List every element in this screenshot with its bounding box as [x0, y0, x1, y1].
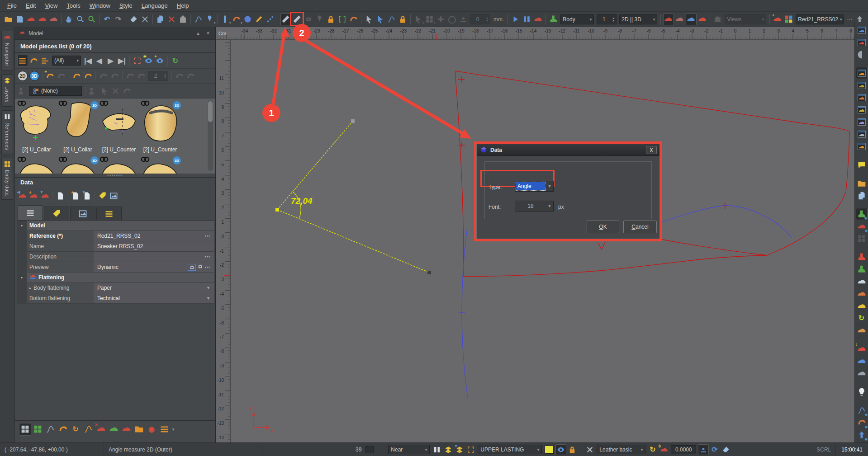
tab-references[interactable]: References — [1, 110, 13, 154]
zoom-piece-button[interactable] — [132, 55, 143, 66]
piece-rotate-button[interactable] — [71, 70, 82, 82]
rt-piece-gray-button[interactable] — [856, 128, 868, 140]
prop-bottom-flattening[interactable]: Bottom flatteningTechnical▼ — [17, 293, 214, 304]
capture-button[interactable] — [712, 14, 723, 25]
rt-dir-vis-button[interactable]: ◉ — [856, 428, 868, 441]
views-select[interactable]: Views▾ — [725, 14, 766, 24]
pb-folder-button[interactable] — [133, 423, 145, 436]
open-button[interactable] — [3, 14, 14, 25]
measure-value-field[interactable]: 0.0000 — [671, 445, 696, 454]
upload-model-button[interactable]: ▲ — [28, 190, 39, 202]
rt-show-shoe-button[interactable]: ◉ — [856, 220, 868, 232]
photo-button[interactable] — [109, 190, 119, 202]
group-mode-button[interactable] — [40, 55, 51, 66]
group-field[interactable]: (None) — [29, 86, 82, 96]
rt-lock-window-button[interactable] — [856, 140, 868, 152]
menu-view[interactable]: View — [40, 0, 62, 11]
zoom-region-tool[interactable] — [86, 14, 97, 25]
chevron-down-icon[interactable]: ▼ — [206, 296, 210, 301]
style-select[interactable]: Red21_RRSS02▾ — [796, 14, 844, 24]
st-refresh-button[interactable]: ⟳ — [709, 444, 720, 455]
zoom-tool[interactable] — [75, 14, 86, 25]
show-add-button[interactable]: + — [155, 55, 166, 66]
group-x4-button[interactable] — [122, 85, 133, 97]
pb-record-button[interactable]: ◉ — [146, 423, 158, 436]
pin-icon[interactable]: ▲ — [194, 31, 202, 36]
last-piece-button[interactable]: ▶| — [117, 55, 128, 66]
offset-stepper[interactable]: 0▴▾ — [470, 14, 490, 24]
rt-shoe-green-button[interactable] — [856, 263, 868, 275]
st-dashbox-button[interactable] — [465, 444, 476, 455]
rt-windows-button[interactable] — [856, 24, 868, 36]
nav-arrow-tool[interactable] — [510, 14, 521, 25]
symmetry-stepper[interactable]: 2▴▾ — [148, 71, 168, 81]
pencil-tool[interactable] — [254, 14, 265, 25]
tab-layers[interactable]: Layers — [1, 74, 13, 107]
rotate-tool[interactable]: ◯ — [447, 14, 458, 25]
import-model-button[interactable] — [26, 14, 37, 25]
menu-language[interactable]: Language — [137, 0, 172, 11]
menu-window[interactable]: Window — [85, 0, 115, 11]
angle-ray2-handle[interactable] — [427, 271, 431, 274]
more-button[interactable]: ⋯ — [204, 254, 210, 260]
piece-x1-button[interactable] — [98, 70, 109, 82]
view-mode-select[interactable]: 2D || 3D▾ — [619, 14, 657, 24]
rt-shoe-orange-button[interactable] — [856, 287, 868, 300]
piece-flip-button[interactable]: – — [83, 70, 94, 82]
more-caret[interactable]: ▾ — [171, 427, 176, 432]
prop-body-flattening[interactable]: ▸Body flatteningPaper▼ — [17, 283, 214, 293]
st-lock-button[interactable] — [567, 444, 578, 455]
rt-turn-button[interactable]: ↻ — [856, 312, 868, 324]
download-model-button[interactable]: ▼ — [40, 190, 51, 202]
pin-tool[interactable] — [314, 14, 325, 25]
list-mode-button[interactable] — [17, 55, 28, 66]
save-button[interactable] — [14, 14, 25, 25]
st-blue-button[interactable] — [698, 444, 709, 455]
style-colors-icon[interactable] — [783, 14, 794, 25]
rt-show-last-button[interactable]: ◉ — [856, 208, 868, 220]
paste-button[interactable] — [178, 14, 189, 25]
view-3d-toggle[interactable] — [686, 14, 697, 25]
split-view-tool[interactable] — [522, 14, 532, 25]
pieces-scrollbar[interactable] — [208, 100, 213, 171]
rt-copy-button[interactable] — [856, 189, 868, 202]
frame-tool[interactable]: ▾ — [424, 14, 435, 25]
eraser-tool[interactable] — [128, 14, 139, 25]
curve-tool[interactable] — [193, 14, 204, 25]
measure-data-tool[interactable] — [292, 14, 303, 25]
pb-curve2-button[interactable] — [57, 423, 69, 436]
cursor-snap-tool[interactable] — [364, 14, 375, 25]
first-piece-button[interactable]: |◀ — [83, 55, 94, 66]
st-layers-button[interactable] — [443, 444, 454, 455]
group-x3-button[interactable] — [110, 85, 121, 97]
part-select[interactable]: Body▾ — [560, 14, 594, 24]
piece-remove-button[interactable] — [56, 70, 67, 82]
measure-2d-tool[interactable] — [280, 14, 291, 25]
camera-icon[interactable] — [197, 264, 203, 270]
piece-x4-button[interactable] — [136, 70, 147, 82]
sphere-tool[interactable] — [242, 14, 253, 25]
bracket-select-tool[interactable] — [337, 14, 348, 25]
measure-curve-tool[interactable]: ▾ — [231, 14, 242, 25]
prop-flattening[interactable]: ▾Flattening — [17, 273, 214, 283]
cut-button[interactable] — [166, 14, 177, 25]
st-layer-add-button[interactable]: ▼ — [454, 444, 465, 455]
delete-tool[interactable] — [140, 14, 151, 25]
lock-tool[interactable] — [326, 14, 337, 25]
dialog-title-bar[interactable]: Data X — [477, 144, 659, 156]
pb-list-button[interactable] — [158, 423, 171, 436]
fill-box-tool[interactable] — [458, 14, 469, 25]
axes-tool[interactable]: ▾ — [413, 14, 424, 25]
prop-description[interactable]: Description⋯ — [17, 252, 214, 262]
add-style-button[interactable]: + — [772, 14, 783, 25]
rt-grid-move-button[interactable] — [856, 232, 868, 244]
rt-cube-button[interactable] — [856, 116, 868, 128]
material-select[interactable]: Leather basic ▾ — [597, 445, 645, 454]
doc-cloud-button[interactable]: ▼ — [82, 190, 93, 202]
group-x1-button[interactable] — [88, 85, 99, 97]
rt-light-button[interactable] — [856, 385, 868, 398]
rt-piece-texture-button[interactable] — [856, 79, 868, 91]
undo-button[interactable]: ↶ — [102, 14, 113, 25]
doc-upload-button[interactable]: ▲ — [71, 190, 81, 202]
st-tools-button[interactable] — [584, 444, 595, 455]
